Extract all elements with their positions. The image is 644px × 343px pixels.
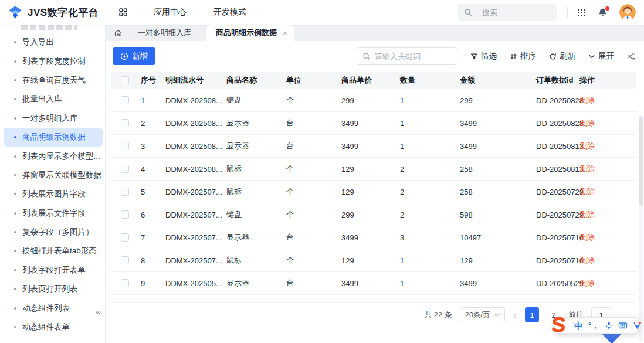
cell-price: 299 <box>341 210 400 219</box>
toolbar-action-sort[interactable]: 排序 <box>510 51 536 62</box>
notification-badge <box>605 6 609 11</box>
sidebar-item-label: 导入导出 <box>22 37 54 47</box>
sidebar-item[interactable]: 列表展示图片字段 <box>0 185 105 203</box>
sidebar-item-label: 动态组件表单 <box>22 322 70 332</box>
select-all-checkbox[interactable] <box>121 76 129 84</box>
sidebar-item-label: 列表展示文件字段 <box>22 208 86 219</box>
tab[interactable]: 一对多明细入库 <box>138 25 191 41</box>
table-row[interactable]: 7DDMX-202507...显示器台3499310497DD-20250716… <box>111 226 636 249</box>
sidebar-item[interactable]: 列表内显示多个模型... <box>0 147 105 165</box>
table-row[interactable]: 3DDMX-202508...显示器台349913499DD-20250813.… <box>111 135 636 158</box>
tab-container: 一对多明细入库商品明细示例数据× <box>138 25 294 41</box>
user-avatar[interactable] <box>619 4 636 21</box>
header-nav-item[interactable]: 开发模式 <box>213 7 246 18</box>
global-search[interactable] <box>458 4 557 21</box>
sogou-logo-icon[interactable] <box>548 315 568 337</box>
home-icon[interactable] <box>114 29 123 38</box>
sidebar-item[interactable]: 商品明细示例数据 <box>4 128 103 147</box>
table-row[interactable]: 9DDMX-202505...显示器台349913499DD-20250529.… <box>111 272 636 295</box>
table-row[interactable]: 6DDMX-202507...键盘个2992598DD-20250729...删… <box>111 203 636 226</box>
delete-link[interactable]: 删除 <box>579 95 636 106</box>
sidebar-item[interactable]: 列表页打开列表 <box>0 280 105 298</box>
ime-skin-icon[interactable] <box>633 321 642 330</box>
ime-keyboard-icon[interactable] <box>618 321 628 330</box>
tab-close-icon[interactable]: × <box>283 29 287 37</box>
sidebar-item[interactable]: 列表字段打开表单 <box>0 261 105 280</box>
delete-link[interactable]: 删除 <box>579 118 636 128</box>
toolbar-action-filter[interactable]: 筛选 <box>470 51 497 62</box>
keyword-search[interactable] <box>357 47 457 65</box>
bullet-icon <box>14 307 16 310</box>
sidebar-item-label: 在线查询百度天气 <box>22 75 86 86</box>
sidebar-item[interactable]: 批量出入库 <box>0 90 105 108</box>
notification-bell-icon[interactable] <box>598 8 608 18</box>
keyword-search-input[interactable] <box>375 52 445 61</box>
ime-chinese-mode-icon[interactable]: 中 <box>574 321 583 330</box>
table-row[interactable]: 5DDMX-202507...鼠标个1292258DD-20250729...删… <box>111 181 636 203</box>
delete-link[interactable]: 删除 <box>579 209 636 220</box>
delete-link[interactable]: 删除 <box>579 141 636 151</box>
delete-link[interactable]: 删除 <box>579 255 636 266</box>
row-checkbox[interactable] <box>121 165 129 173</box>
table-row[interactable]: 4DDMX-202508...鼠标个1292258DD-20250813...删… <box>111 158 636 181</box>
sidebar-item-label: 列表内显示多个模型... <box>22 151 100 162</box>
sidebar-item[interactable]: 列表字段宽度控制 <box>0 52 105 70</box>
app-launcher-icon[interactable] <box>577 8 586 17</box>
sidebar-item[interactable]: 动态组件列表 <box>0 298 105 317</box>
cell-name: 键盘 <box>226 209 286 220</box>
delete-link[interactable]: 删除 <box>579 164 636 174</box>
toolbar-action-refresh[interactable]: 刷新 <box>549 51 575 62</box>
add-button[interactable]: 新增 <box>113 47 155 65</box>
row-checkbox[interactable] <box>121 142 129 150</box>
sidebar-item[interactable]: 弹窗显示关联模型数据 <box>0 166 105 185</box>
cell-no: 1 <box>141 96 165 105</box>
row-checkbox[interactable] <box>121 210 129 219</box>
cell-amount: 3499 <box>460 279 536 288</box>
delete-link[interactable]: 删除 <box>579 186 636 197</box>
tab[interactable]: 商品明细示例数据× <box>206 25 294 41</box>
sidebar-item[interactable]: 按钮打开表单tab形态 <box>0 242 105 260</box>
sidebar-item[interactable]: 一对多明细入库 <box>0 109 105 128</box>
sidebar-item[interactable]: 导入导出 <box>0 33 105 52</box>
cell-unit: 个 <box>286 186 341 197</box>
cell-price: 3499 <box>341 233 400 242</box>
table-header-row: 序号明细流水号商品名称单位商品单价数量金额订单数据id操作 <box>111 72 636 89</box>
sidebar-item[interactable]: 复杂字段（多图片） <box>0 223 105 242</box>
row-checkbox[interactable] <box>121 96 129 104</box>
table-scrollbar-thumb[interactable] <box>639 117 643 205</box>
cell-name: 显示器 <box>226 232 286 243</box>
delete-link[interactable]: 删除 <box>579 278 636 288</box>
toolbar-action-label: 筛选 <box>481 51 497 62</box>
delete-link[interactable]: 删除 <box>579 232 636 243</box>
cell-order_id: DD-20250529... <box>536 279 579 288</box>
share-icon[interactable] <box>627 52 636 61</box>
header-nav-item[interactable]: 应用中心 <box>154 7 187 18</box>
table-row[interactable]: 2DDMX-202508...显示器台349913499DD-20250828.… <box>111 112 636 135</box>
sidebar-item-label: 弹窗显示关联模型数据 <box>22 170 101 181</box>
page-size-select[interactable]: 20条/页 <box>460 307 505 322</box>
row-checkbox[interactable] <box>121 279 129 287</box>
list-toolbar: 新增 筛选排序刷新展开 <box>106 41 644 72</box>
refresh-icon <box>549 53 557 60</box>
prev-page-button[interactable]: ‹ <box>513 310 517 320</box>
table-row[interactable]: 1DDMX-202508...键盘个2991299DD-20250828...删… <box>111 89 636 112</box>
sidebar-item[interactable]: 动态组件表单 <box>0 318 105 337</box>
row-checkbox[interactable] <box>121 233 129 242</box>
sidebar-item[interactable]: 在线查询百度天气 <box>0 71 105 90</box>
table-row[interactable]: 8DDMX-202507...鼠标个1291129DD-20250716...删… <box>111 249 636 272</box>
search-icon <box>362 52 371 60</box>
global-search-input[interactable] <box>482 8 541 17</box>
row-checkbox[interactable] <box>121 188 129 196</box>
cell-qty: 1 <box>400 142 460 151</box>
ime-microphone-icon[interactable] <box>605 321 613 330</box>
sidebar-item[interactable]: 列表展示文件字段 <box>0 204 105 223</box>
bullet-icon <box>14 136 16 138</box>
row-checkbox[interactable] <box>121 256 129 264</box>
row-checkbox[interactable] <box>121 119 129 127</box>
expand-icon <box>588 53 595 60</box>
workspace-grid-icon[interactable] <box>118 8 128 17</box>
page-number-button[interactable]: 1 <box>525 307 539 322</box>
toolbar-action-expand[interactable]: 展开 <box>588 51 614 62</box>
ime-punctuation-icon[interactable]: °， <box>588 322 599 329</box>
sidebar-collapse-button[interactable]: « <box>93 307 103 316</box>
